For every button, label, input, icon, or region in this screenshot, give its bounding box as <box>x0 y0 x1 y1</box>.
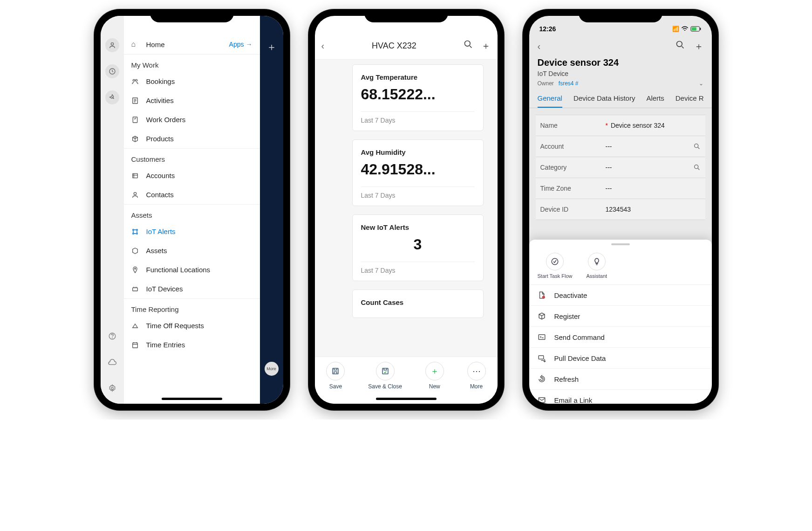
recent-icon[interactable] <box>105 64 119 78</box>
nav-home[interactable]: ⌂ Home Apps → <box>124 34 260 54</box>
nav-assets[interactable]: Assets <box>124 241 260 260</box>
svg-point-6 <box>135 79 137 81</box>
required-marker: * <box>606 122 608 129</box>
action-register[interactable]: Register <box>529 306 712 327</box>
nav-accounts[interactable]: Accounts <box>124 166 260 185</box>
activities-icon <box>131 97 140 104</box>
card-avg-humidity[interactable]: Avg Humidity 42.91528... Last 7 Days <box>352 139 484 206</box>
search-icon[interactable] <box>464 40 473 52</box>
svg-rect-16 <box>132 288 137 291</box>
task-flow-icon <box>546 253 564 270</box>
new-button[interactable]: ＋New <box>425 362 444 390</box>
action-deactivate[interactable]: Deactivate <box>529 285 712 306</box>
svg-point-14 <box>136 233 137 234</box>
svg-rect-22 <box>700 28 701 30</box>
save-button[interactable]: Save <box>326 362 345 390</box>
svg-point-10 <box>134 192 136 194</box>
back-button[interactable]: ‹ <box>538 41 541 52</box>
nav-activities[interactable]: Activities <box>124 91 260 110</box>
svg-point-24 <box>676 41 682 47</box>
apps-link[interactable]: Apps → <box>229 41 252 48</box>
command-icon <box>538 333 547 341</box>
save-close-icon <box>376 362 395 380</box>
action-email-link[interactable]: Email a Link <box>529 390 712 404</box>
svg-point-18 <box>465 41 471 47</box>
search-icon[interactable] <box>676 40 685 53</box>
products-icon <box>131 135 140 143</box>
svg-rect-8 <box>133 117 137 123</box>
svg-point-12 <box>136 229 137 230</box>
card-new-iot-alerts[interactable]: New IoT Alerts 3 Last 7 Days <box>352 214 484 281</box>
sheet-handle[interactable] <box>611 243 630 245</box>
svg-point-11 <box>132 229 134 230</box>
field-name[interactable]: Name*Device sensor 324 <box>536 115 705 136</box>
svg-rect-20 <box>382 368 388 374</box>
iot-devices-icon <box>131 285 140 293</box>
add-icon[interactable]: ＋ <box>481 40 491 52</box>
lookup-icon[interactable] <box>693 164 701 171</box>
new-icon: ＋ <box>425 362 444 380</box>
field-account[interactable]: Account--- <box>536 136 705 157</box>
battery-icon <box>690 26 702 32</box>
svg-rect-9 <box>132 173 137 178</box>
action-send-command[interactable]: Send Command <box>529 327 712 348</box>
assistant-button[interactable]: Assistant <box>587 253 607 279</box>
add-icon[interactable]: ＋ <box>694 40 703 53</box>
action-pull-device-data[interactable]: Pull Device Data <box>529 348 712 369</box>
home-indicator <box>376 398 437 400</box>
nav-home-label: Home <box>146 41 165 48</box>
section-heading: Assets <box>124 204 260 222</box>
pin-icon[interactable] <box>105 90 119 104</box>
gear-icon[interactable] <box>105 381 119 395</box>
svg-rect-17 <box>132 343 137 348</box>
card-count-cases[interactable]: Count Cases <box>352 290 484 318</box>
deactivate-icon <box>538 291 547 299</box>
save-icon <box>326 362 345 380</box>
chevron-down-icon[interactable]: ⌄ <box>699 80 703 87</box>
more-button[interactable]: ⋯More <box>467 362 486 390</box>
cloud-icon[interactable] <box>105 355 119 369</box>
add-icon[interactable]: ＋ <box>266 40 277 54</box>
svg-point-5 <box>133 79 135 81</box>
svg-point-4 <box>111 387 113 390</box>
nav-work-orders[interactable]: Work Orders <box>124 110 260 129</box>
page-subtitle: IoT Device <box>538 70 703 77</box>
nav-products[interactable]: Products <box>124 129 260 148</box>
nav-iot-devices[interactable]: IoT Devices <box>124 279 260 298</box>
nav-bookings[interactable]: Bookings <box>124 72 260 91</box>
tab-alerts[interactable]: Alerts <box>646 94 664 108</box>
nav-functional-locations[interactable]: Functional Locations <box>124 260 260 279</box>
back-button[interactable]: ‹ <box>321 41 325 51</box>
save-close-button[interactable]: Save & Close <box>368 362 402 390</box>
page-title: HVAC X232 <box>372 41 416 51</box>
section-heading: My Work <box>124 54 260 72</box>
phone-mock-3: 12:26 📶 ‹ ＋ Device sensor 324 IoT Device… <box>523 9 718 410</box>
status-time: 12:26 <box>539 25 556 33</box>
owner-row[interactable]: Owner fsres4 # ⌄ <box>529 77 712 90</box>
tab-device-data-history[interactable]: Device Data History <box>573 94 635 108</box>
owner-value: fsres4 # <box>559 80 579 87</box>
lookup-icon[interactable] <box>693 143 701 150</box>
left-rail <box>101 16 124 404</box>
nav-contacts[interactable]: Contacts <box>124 185 260 204</box>
nav-iot-alerts[interactable]: IoT Alerts <box>124 222 260 241</box>
start-task-flow-button[interactable]: Start Task Flow <box>538 253 573 279</box>
more-button[interactable]: More <box>265 362 279 376</box>
nav-time-off[interactable]: Time Off Requests <box>124 316 260 335</box>
tab-general[interactable]: General <box>538 94 562 108</box>
field-device-id[interactable]: Device ID1234543 <box>536 199 705 220</box>
field-time-zone[interactable]: Time Zone--- <box>536 178 705 199</box>
svg-point-13 <box>132 233 134 234</box>
field-category[interactable]: Category--- <box>536 157 705 178</box>
help-icon[interactable] <box>105 329 119 343</box>
svg-rect-19 <box>333 368 338 374</box>
header: ‹ ＋ <box>529 35 712 57</box>
card-avg-temperature[interactable]: Avg Temperature 68.15222... Last 7 Days <box>352 64 484 131</box>
action-refresh[interactable]: Refresh <box>529 369 712 390</box>
nav-time-entries[interactable]: Time Entries <box>124 335 260 354</box>
page-title: Device sensor 324 <box>538 57 703 68</box>
tab-device-r[interactable]: Device R <box>676 94 704 108</box>
svg-rect-23 <box>691 28 696 31</box>
profile-icon[interactable] <box>105 38 119 52</box>
title-block: Device sensor 324 IoT Device <box>529 57 712 77</box>
